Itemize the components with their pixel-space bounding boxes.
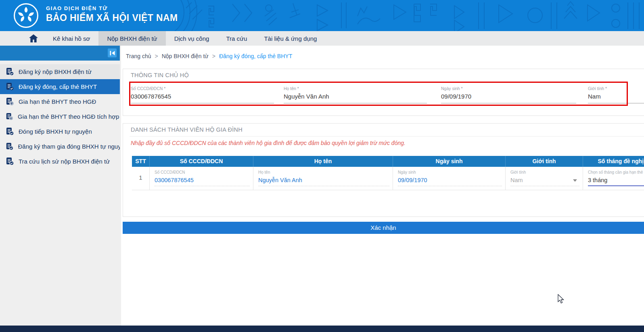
breadcrumb-separator: > — [212, 53, 215, 59]
members-table-header: STT Số CCCD/ĐDCN Họ tên Ngày sinh Giới t… — [132, 156, 644, 167]
gender-select[interactable]: Nam — [510, 177, 523, 183]
dob-input[interactable]: 09/09/1970 — [398, 177, 427, 183]
brand-title: BẢO HIỂM XÃ HỘI VIỆT NAM — [46, 13, 178, 23]
sidebar: Đăng ký nộp BHXH điện tử Đăng ký đóng, c… — [0, 46, 121, 326]
document-clock-icon — [6, 97, 14, 106]
name-input[interactable]: Nguyễn Văn Anh — [258, 177, 302, 183]
sidebar-item-label: Đăng ký tham gia đóng BHXH tự nguyện — [18, 143, 120, 150]
sidebar-header-strip — [0, 46, 120, 61]
nav-item-dich-vu-cong[interactable]: Dịch vụ công — [166, 31, 218, 46]
row-name-cell: Họ tên Nguyễn Văn Anh — [253, 167, 393, 190]
nav-item-nop-bhxh-dien-tu[interactable]: Nộp BHXH điện tử — [98, 31, 165, 46]
dongson-drum-pattern-decoration — [148, 0, 644, 31]
chevron-down-icon[interactable] — [573, 179, 577, 182]
row-stt-cell: 1 — [132, 167, 150, 190]
document-check-icon — [6, 157, 14, 166]
row-dob-cell: Ngày sinh 09/09/1970 — [393, 167, 506, 190]
collapse-sidebar-icon — [110, 50, 115, 56]
sidebar-item-tra-cuu-lich-su-nop-bhxh[interactable]: Tra cứu lịch sử nộp BHXH điện tử — [0, 154, 120, 169]
breadcrumb: Trang chủ > Nộp BHXH điện tử > Đăng ký đ… — [126, 53, 292, 59]
months-select[interactable]: 3 tháng — [588, 177, 607, 183]
sidebar-item-label: Đóng tiếp BHXH tự nguyện — [19, 128, 92, 135]
nav-home-button[interactable] — [23, 31, 44, 46]
sidebar-item-dong-tiep-bhxh-tu-nguyen[interactable]: Đóng tiếp BHXH tự nguyện — [0, 124, 120, 139]
name-input-label: Họ tên — [258, 170, 270, 174]
dotted-underline — [155, 186, 250, 186]
col-header-stt: STT — [132, 156, 150, 167]
row-index: 1 — [132, 167, 149, 181]
breadcrumb-nop-bhxh-dien-tu[interactable]: Nộp BHXH điện tử — [162, 53, 209, 59]
sidebar-item-label: Đăng ký nộp BHXH điện tử — [19, 68, 92, 75]
home-icon — [29, 34, 38, 42]
sidebar-item-label: Gia hạn thẻ BHYT theo HGĐ — [19, 98, 96, 105]
page: GIAO DỊCH ĐIỆN TỬ BẢO HIỂM XÃ HỘI VIỆT N… — [0, 0, 644, 332]
cccd-input[interactable]: 030067876545 — [155, 177, 194, 183]
breadcrumb-current-page: Đăng ký đóng, cấp thẻ BHYT — [219, 53, 292, 59]
table-row: 1 Số CCCD/ĐDCN 030067876545 Họ tên Nguyễ… — [132, 167, 644, 190]
main-nav: Kê khai hồ sơ Nộp BHXH điện tử Dịch vụ c… — [0, 31, 644, 46]
dotted-underline — [258, 186, 389, 186]
breadcrumb-separator: > — [155, 53, 158, 59]
mouse-cursor — [558, 294, 565, 304]
row-months-cell: Chọn số tháng cần gia hạn thẻ BHY 3 thán… — [583, 167, 644, 190]
sidebar-menu: Đăng ký nộp BHXH điện tử Đăng ký đóng, c… — [0, 64, 120, 169]
vss-logo[interactable] — [13, 3, 39, 28]
footer-bar — [0, 326, 644, 332]
document-check-icon — [6, 142, 14, 151]
sidebar-item-dang-ky-nop-bhxh[interactable]: Đăng ký nộp BHXH điện tử — [0, 64, 120, 79]
nav-item-tra-cuu[interactable]: Tra cứu — [217, 31, 255, 46]
brand-text: GIAO DỊCH ĐIỆN TỬ BẢO HIỂM XÃ HỘI VIỆT N… — [46, 5, 178, 23]
col-header-cccd: Số CCCD/ĐDCN — [150, 156, 253, 167]
row-cccd-cell: Số CCCD/ĐDCN 030067876545 — [150, 167, 253, 190]
confirm-button[interactable]: Xác nhận — [123, 222, 644, 234]
cccd-input-label: Số CCCD/ĐDCN — [155, 170, 185, 174]
nav-item-ke-khai-ho-so[interactable]: Kê khai hồ sơ — [44, 31, 98, 46]
red-highlight-box — [129, 82, 628, 106]
dotted-underline — [398, 186, 502, 186]
col-header-hoten: Họ tên — [253, 156, 393, 167]
dotted-underline — [510, 186, 579, 186]
sidebar-item-gia-han-the-bhyt-hgd[interactable]: Gia hạn thẻ BHYT theo HGĐ — [0, 94, 120, 109]
members-section-title: DANH SÁCH THÀNH VIÊN HỘ GIA ĐÌNH — [131, 126, 243, 133]
document-check-icon — [6, 127, 14, 136]
sidebar-item-dang-ky-tham-gia-dong-bhxh[interactable]: Đăng ký tham gia đóng BHXH tự nguyện — [0, 139, 120, 154]
section-divider — [130, 136, 644, 137]
sidebar-item-label: Đăng ký đóng, cấp thẻ BHYT — [19, 83, 97, 90]
members-note: Nhập đầy đủ số CCCD/ĐDCN của các thành v… — [131, 140, 406, 146]
months-select-label: Chọn số tháng cần gia hạn thẻ BHY — [588, 170, 644, 174]
brand-subtitle: GIAO DỊCH ĐIỆN TỬ — [46, 5, 178, 11]
col-header-sothang: Số tháng đề nghị g — [583, 156, 644, 167]
sidebar-item-label: Tra cứu lịch sử nộp BHXH điện tử — [19, 158, 110, 165]
document-check-icon — [6, 67, 14, 76]
row-gender-cell: Giới tính Nam — [506, 167, 583, 190]
sidebar-item-gia-han-the-bhyt-hgd-tich-hop[interactable]: Gia hạn thẻ BHYT theo HGĐ tích hợp gi... — [0, 109, 120, 124]
focused-underline — [588, 185, 644, 186]
owner-section-title: THÔNG TIN CHỦ HỘ — [131, 72, 189, 78]
col-header-ngaysinh: Ngày sinh — [393, 156, 506, 167]
sidebar-item-dang-ky-dong-cap-the-bhyt[interactable]: Đăng ký đóng, cấp thẻ BHYT — [0, 79, 120, 94]
nav-item-tai-lieu-ung-dung[interactable]: Tài liệu & ứng dụng — [255, 31, 325, 46]
col-header-gioitinh: Giới tính — [506, 156, 583, 167]
members-table: STT Số CCCD/ĐDCN Họ tên Ngày sinh Giới t… — [132, 156, 644, 190]
breadcrumb-trang-chu[interactable]: Trang chủ — [126, 53, 151, 59]
collapse-sidebar-button[interactable] — [108, 48, 117, 57]
document-clock-icon — [6, 112, 13, 121]
gender-select-label: Giới tính — [510, 170, 526, 174]
document-check-icon — [6, 82, 14, 91]
sidebar-item-label: Gia hạn thẻ BHYT theo HGĐ tích hợp gi... — [18, 113, 120, 120]
dob-input-label: Ngày sinh — [398, 170, 416, 174]
app-header: GIAO DỊCH ĐIỆN TỬ BẢO HIỂM XÃ HỘI VIỆT N… — [0, 0, 644, 31]
